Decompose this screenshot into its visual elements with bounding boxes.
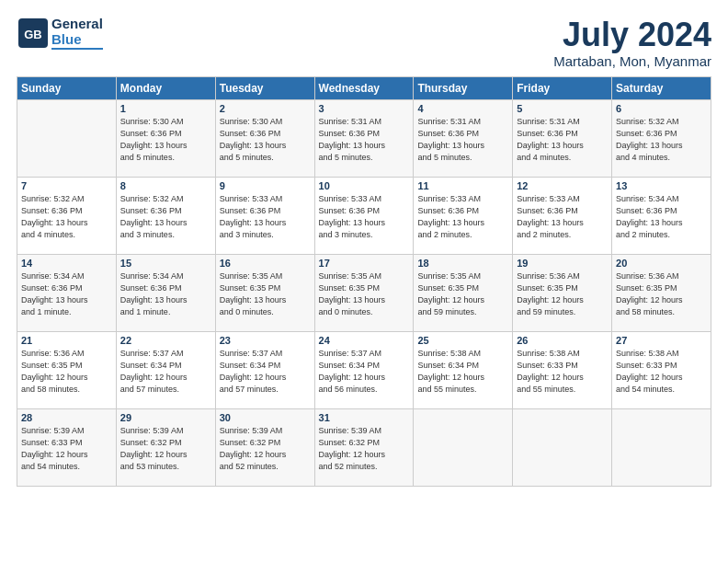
day-cell: 12Sunrise: 5:33 AM Sunset: 6:36 PM Dayli… (513, 177, 612, 254)
day-cell: 7Sunrise: 5:32 AM Sunset: 6:36 PM Daylig… (17, 177, 117, 254)
day-info: Sunrise: 5:36 AM Sunset: 6:35 PM Dayligh… (616, 270, 707, 318)
day-number: 18 (417, 258, 508, 269)
day-info: Sunrise: 5:35 AM Sunset: 6:35 PM Dayligh… (417, 270, 508, 318)
day-cell (17, 99, 117, 177)
day-cell: 30Sunrise: 5:39 AM Sunset: 6:32 PM Dayli… (215, 408, 314, 486)
location: Martaban, Mon, Myanmar (553, 53, 711, 69)
day-info: Sunrise: 5:38 AM Sunset: 6:33 PM Dayligh… (616, 348, 707, 396)
day-cell: 13Sunrise: 5:34 AM Sunset: 6:36 PM Dayli… (612, 177, 711, 254)
day-number: 11 (417, 180, 508, 191)
day-cell: 11Sunrise: 5:33 AM Sunset: 6:36 PM Dayli… (414, 177, 513, 254)
day-number: 2 (220, 103, 311, 114)
day-info: Sunrise: 5:33 AM Sunset: 6:36 PM Dayligh… (220, 193, 311, 241)
day-info: Sunrise: 5:33 AM Sunset: 6:36 PM Dayligh… (517, 193, 608, 241)
day-number: 1 (120, 103, 211, 114)
day-cell: 6Sunrise: 5:32 AM Sunset: 6:36 PM Daylig… (612, 99, 711, 177)
day-info: Sunrise: 5:31 AM Sunset: 6:36 PM Dayligh… (417, 116, 508, 164)
header-row: SundayMondayTuesdayWednesdayThursdayFrid… (17, 76, 711, 99)
day-cell: 29Sunrise: 5:39 AM Sunset: 6:32 PM Dayli… (116, 408, 215, 486)
day-number: 7 (21, 180, 112, 191)
day-cell (414, 408, 513, 486)
day-cell: 23Sunrise: 5:37 AM Sunset: 6:34 PM Dayli… (215, 331, 314, 408)
day-number: 19 (517, 258, 608, 269)
day-number: 26 (517, 335, 608, 346)
day-info: Sunrise: 5:34 AM Sunset: 6:36 PM Dayligh… (21, 270, 112, 318)
day-number: 27 (616, 335, 707, 346)
day-cell: 26Sunrise: 5:38 AM Sunset: 6:33 PM Dayli… (513, 331, 612, 408)
week-row-2: 7Sunrise: 5:32 AM Sunset: 6:36 PM Daylig… (17, 177, 711, 254)
day-cell (612, 408, 711, 486)
day-info: Sunrise: 5:30 AM Sunset: 6:36 PM Dayligh… (220, 116, 311, 164)
day-cell: 16Sunrise: 5:35 AM Sunset: 6:35 PM Dayli… (215, 254, 314, 331)
day-number: 14 (21, 258, 112, 269)
day-info: Sunrise: 5:30 AM Sunset: 6:36 PM Dayligh… (120, 116, 211, 164)
week-row-5: 28Sunrise: 5:39 AM Sunset: 6:33 PM Dayli… (17, 408, 711, 486)
day-cell: 8Sunrise: 5:32 AM Sunset: 6:36 PM Daylig… (116, 177, 215, 254)
day-cell: 3Sunrise: 5:31 AM Sunset: 6:36 PM Daylig… (314, 99, 414, 177)
day-number: 12 (517, 180, 608, 191)
day-number: 17 (319, 258, 410, 269)
day-number: 16 (220, 258, 311, 269)
day-info: Sunrise: 5:32 AM Sunset: 6:36 PM Dayligh… (21, 193, 112, 241)
day-info: Sunrise: 5:35 AM Sunset: 6:35 PM Dayligh… (220, 270, 311, 318)
day-number: 5 (517, 103, 608, 114)
day-cell: 28Sunrise: 5:39 AM Sunset: 6:33 PM Dayli… (17, 408, 117, 486)
day-info: Sunrise: 5:35 AM Sunset: 6:35 PM Dayligh… (319, 270, 410, 318)
day-number: 31 (319, 412, 410, 423)
week-row-3: 14Sunrise: 5:34 AM Sunset: 6:36 PM Dayli… (17, 254, 711, 331)
day-info: Sunrise: 5:39 AM Sunset: 6:33 PM Dayligh… (21, 425, 112, 473)
day-number: 9 (220, 180, 311, 191)
month-title: July 2024 (553, 17, 711, 53)
logo-icon: GB (17, 17, 50, 50)
day-number: 25 (417, 335, 508, 346)
day-cell: 21Sunrise: 5:36 AM Sunset: 6:35 PM Dayli… (17, 331, 117, 408)
col-header-friday: Friday (513, 76, 612, 99)
day-cell: 18Sunrise: 5:35 AM Sunset: 6:35 PM Dayli… (414, 254, 513, 331)
day-cell: 24Sunrise: 5:37 AM Sunset: 6:34 PM Dayli… (314, 331, 414, 408)
day-cell: 15Sunrise: 5:34 AM Sunset: 6:36 PM Dayli… (116, 254, 215, 331)
calendar-table: SundayMondayTuesdayWednesdayThursdayFrid… (17, 76, 711, 487)
day-cell: 2Sunrise: 5:30 AM Sunset: 6:36 PM Daylig… (215, 99, 314, 177)
day-number: 28 (21, 412, 112, 423)
day-cell: 17Sunrise: 5:35 AM Sunset: 6:35 PM Dayli… (314, 254, 414, 331)
day-info: Sunrise: 5:31 AM Sunset: 6:36 PM Dayligh… (319, 116, 410, 164)
day-info: Sunrise: 5:36 AM Sunset: 6:35 PM Dayligh… (517, 270, 608, 318)
header: GB General Blue July 2024 Martaban, Mon,… (17, 17, 711, 69)
day-cell: 31Sunrise: 5:39 AM Sunset: 6:32 PM Dayli… (314, 408, 414, 486)
day-number: 8 (120, 180, 211, 191)
week-row-1: 1Sunrise: 5:30 AM Sunset: 6:36 PM Daylig… (17, 99, 711, 177)
day-info: Sunrise: 5:37 AM Sunset: 6:34 PM Dayligh… (120, 348, 211, 396)
day-info: Sunrise: 5:33 AM Sunset: 6:36 PM Dayligh… (417, 193, 508, 241)
day-info: Sunrise: 5:37 AM Sunset: 6:34 PM Dayligh… (220, 348, 311, 396)
day-cell: 10Sunrise: 5:33 AM Sunset: 6:36 PM Dayli… (314, 177, 414, 254)
logo: GB General Blue (17, 17, 103, 50)
day-number: 15 (120, 258, 211, 269)
col-header-tuesday: Tuesday (215, 76, 314, 99)
day-info: Sunrise: 5:36 AM Sunset: 6:35 PM Dayligh… (21, 348, 112, 396)
day-info: Sunrise: 5:32 AM Sunset: 6:36 PM Dayligh… (120, 193, 211, 241)
logo-blue: Blue (51, 32, 103, 48)
day-number: 21 (21, 335, 112, 346)
day-number: 4 (417, 103, 508, 114)
title-block: July 2024 Martaban, Mon, Myanmar (553, 17, 711, 69)
day-info: Sunrise: 5:39 AM Sunset: 6:32 PM Dayligh… (220, 425, 311, 473)
day-number: 30 (220, 412, 311, 423)
svg-text:GB: GB (24, 28, 42, 41)
day-info: Sunrise: 5:39 AM Sunset: 6:32 PM Dayligh… (319, 425, 410, 473)
col-header-sunday: Sunday (17, 76, 117, 99)
day-cell: 22Sunrise: 5:37 AM Sunset: 6:34 PM Dayli… (116, 331, 215, 408)
logo-underline (51, 48, 103, 50)
day-cell: 1Sunrise: 5:30 AM Sunset: 6:36 PM Daylig… (116, 99, 215, 177)
day-number: 29 (120, 412, 211, 423)
day-cell: 19Sunrise: 5:36 AM Sunset: 6:35 PM Dayli… (513, 254, 612, 331)
day-number: 23 (220, 335, 311, 346)
day-info: Sunrise: 5:31 AM Sunset: 6:36 PM Dayligh… (517, 116, 608, 164)
day-info: Sunrise: 5:38 AM Sunset: 6:33 PM Dayligh… (517, 348, 608, 396)
day-cell: 25Sunrise: 5:38 AM Sunset: 6:34 PM Dayli… (414, 331, 513, 408)
day-number: 22 (120, 335, 211, 346)
day-cell: 4Sunrise: 5:31 AM Sunset: 6:36 PM Daylig… (414, 99, 513, 177)
day-cell: 20Sunrise: 5:36 AM Sunset: 6:35 PM Dayli… (612, 254, 711, 331)
col-header-wednesday: Wednesday (314, 76, 414, 99)
day-info: Sunrise: 5:38 AM Sunset: 6:34 PM Dayligh… (417, 348, 508, 396)
week-row-4: 21Sunrise: 5:36 AM Sunset: 6:35 PM Dayli… (17, 331, 711, 408)
